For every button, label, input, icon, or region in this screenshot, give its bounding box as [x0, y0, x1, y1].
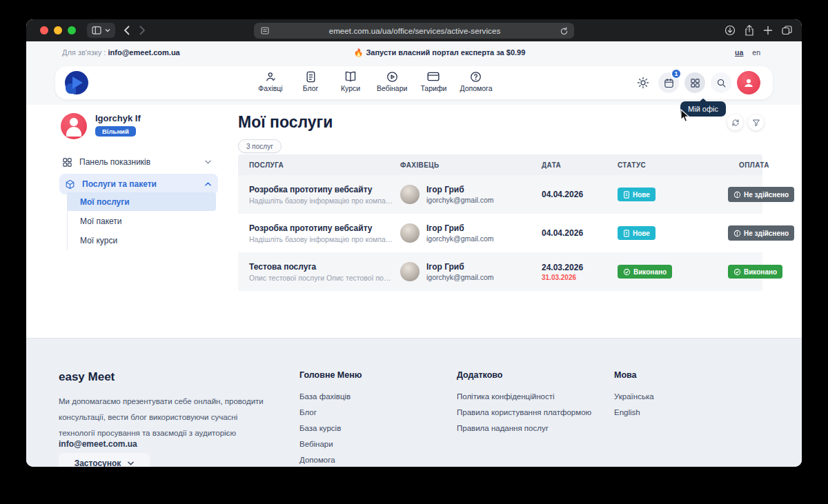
forward-button[interactable] — [139, 26, 146, 35]
person-icon — [742, 77, 755, 89]
sidebar-user: Igorchyk If Вільний — [61, 113, 141, 139]
back-button[interactable] — [124, 26, 130, 35]
dashboard-grid-icon — [62, 157, 72, 168]
minimize-window-button[interactable] — [54, 26, 62, 34]
play-circle-icon — [386, 70, 398, 83]
submenu-item-my-services[interactable]: Мої послуги — [68, 192, 216, 211]
close-window-button[interactable] — [40, 26, 48, 34]
sidebar-item-dashboard[interactable]: Панель показників — [62, 152, 218, 172]
app-dropdown-label: Застосунок — [75, 458, 121, 467]
search-button[interactable] — [711, 72, 731, 93]
expert-email: igorchyk@gmail.com — [426, 234, 494, 243]
refresh-button[interactable] — [727, 114, 743, 130]
submenu-item-my-courses[interactable]: Мої курси — [68, 231, 216, 250]
sidebar-item-services-packages[interactable]: Послуги та пакети — [59, 174, 218, 194]
user-status-badge: Вільний — [95, 126, 136, 137]
theme-toggle-sun-icon[interactable] — [637, 77, 649, 89]
footer-link-terms[interactable]: Правила користування платформою — [457, 408, 591, 416]
sidebar-toggle-button[interactable] — [87, 23, 115, 38]
share-button[interactable] — [745, 25, 754, 36]
navbar-zone: Фахівці Блог Курси Вебінари — [26, 63, 802, 105]
nav-label: Курси — [341, 84, 360, 92]
nav-item-help[interactable]: Допомога — [460, 70, 492, 92]
reload-icon[interactable] — [560, 27, 568, 35]
service-description: Надішліть базову інформацію про компанію… — [249, 196, 394, 205]
browser-chrome: emeet.com.ua/ua/office/services/active-s… — [26, 19, 802, 41]
table-row[interactable]: Тестова послуга Опис тестової послуги Оп… — [238, 252, 762, 291]
filter-button[interactable] — [748, 114, 764, 130]
payment-badge: Не здійснено — [728, 187, 794, 202]
lang-en[interactable]: en — [752, 48, 760, 57]
chrome-right-actions — [724, 19, 792, 41]
footer-link-service-rules[interactable]: Правила надання послуг — [457, 424, 549, 432]
sidebar-item-label: Послуги та пакети — [82, 179, 157, 189]
book-icon — [344, 70, 357, 83]
column-header-status: СТАТУС — [618, 161, 728, 169]
contact-email[interactable]: info@emeet.com.ua — [108, 48, 179, 57]
emeet-logo[interactable] — [65, 71, 88, 94]
submenu-item-my-packages[interactable]: Мої пакети — [68, 212, 216, 230]
footer-link-blog[interactable]: Блог — [299, 408, 317, 416]
footer-link-lang-en[interactable]: English — [614, 408, 640, 416]
payment-badge: Виконано — [728, 265, 782, 279]
new-tab-button[interactable] — [763, 26, 773, 35]
services-count-badge: 3 послуг — [238, 139, 282, 153]
site-topbar: Для зв'язку : info@emeet.com.ua 🔥Запусти… — [26, 41, 802, 63]
person-icon — [265, 70, 277, 83]
nav-item-blog[interactable]: Блог — [297, 70, 324, 92]
nav-arrows — [124, 26, 146, 35]
nav-item-experts[interactable]: Фахівці — [257, 70, 284, 92]
footer-email[interactable]: info@emeet.com.ua — [59, 439, 137, 449]
services-table: ПОСЛУГА ФАХІВЕЦЬ ДАТА СТАТУС ОПЛАТА Розр… — [238, 154, 762, 291]
status-badge: Нове — [618, 226, 656, 240]
nav-item-courses[interactable]: Курси — [337, 70, 364, 92]
app-dropdown[interactable]: Застосунок — [59, 453, 150, 467]
expert-photo — [400, 262, 420, 281]
footer-link-privacy[interactable]: Політика конфіденційності — [457, 392, 555, 401]
table-row[interactable]: Розробка прототипу вебсайту Надішліть ба… — [238, 214, 762, 252]
service-date: 24.03.2026 — [542, 263, 618, 272]
footer-link-experts-db[interactable]: База фахівців — [299, 392, 351, 401]
table-header: ПОСЛУГА ФАХІВЕЦЬ ДАТА СТАТУС ОПЛАТА — [238, 154, 762, 175]
user-avatar-button[interactable] — [737, 71, 760, 94]
footer-column-title: Додатково — [457, 370, 502, 380]
contact-info: Для зв'язку : info@emeet.com.ua — [62, 48, 180, 57]
payment-badge: Не здійснено — [728, 225, 794, 241]
promo-text: Запусти власний портал експерта за $0.99 — [366, 48, 525, 57]
user-name: Igorchyk If — [95, 113, 141, 123]
expert-email: igorchyk@gmail.com — [426, 196, 494, 204]
downloads-button[interactable] — [724, 25, 736, 36]
footer-link-lang-ua[interactable]: Українська — [614, 392, 654, 401]
zoom-window-button[interactable] — [68, 26, 76, 34]
footer-link-help[interactable]: Допомога — [299, 456, 335, 464]
document-icon — [306, 70, 316, 83]
expert-photo — [400, 185, 420, 204]
reader-icon[interactable] — [261, 27, 269, 34]
address-bar[interactable]: emeet.com.ua/ua/office/services/active-s… — [254, 23, 574, 39]
my-office-button[interactable] — [684, 72, 705, 93]
tab-overview-button[interactable] — [782, 26, 792, 35]
check-circle-icon — [733, 268, 741, 276]
service-description: Надішліть базову інформацію про компанію… — [249, 235, 394, 243]
footer-link-courses-db[interactable]: База курсів — [299, 424, 341, 432]
search-icon — [716, 78, 727, 88]
info-circle-icon — [733, 230, 741, 237]
nav-item-webinars[interactable]: Вебінари — [377, 70, 407, 92]
calendar-button[interactable]: 1 — [658, 72, 679, 93]
lang-ua[interactable]: ua — [735, 48, 743, 57]
sidebar-submenu: Мої послуги Мої пакети Мої курси — [67, 192, 216, 250]
cube-icon — [65, 179, 75, 190]
footer-column-title: Мова — [614, 370, 637, 380]
expert-email: igorchyk@gmail.com — [426, 273, 494, 281]
service-date: 04.04.2026 — [542, 228, 618, 238]
url-text[interactable]: emeet.com.ua/ua/office/services/active-s… — [269, 27, 560, 35]
site-footer: easy Meet Ми допомагаємо презентувати се… — [26, 338, 802, 467]
footer-link-webinars[interactable]: Вебінари — [299, 440, 333, 448]
table-row[interactable]: Розробка прототипу вебсайту Надішліть ба… — [238, 175, 762, 214]
column-header-service: ПОСЛУГА — [238, 161, 400, 169]
page-title: Мої послуги — [238, 113, 333, 132]
avatar[interactable] — [61, 113, 87, 139]
promo-banner[interactable]: 🔥Запусти власний портал експерта за $0.9… — [354, 48, 526, 57]
nav-item-pricing[interactable]: Тарифи — [420, 70, 447, 92]
chevron-down-icon — [128, 461, 134, 465]
